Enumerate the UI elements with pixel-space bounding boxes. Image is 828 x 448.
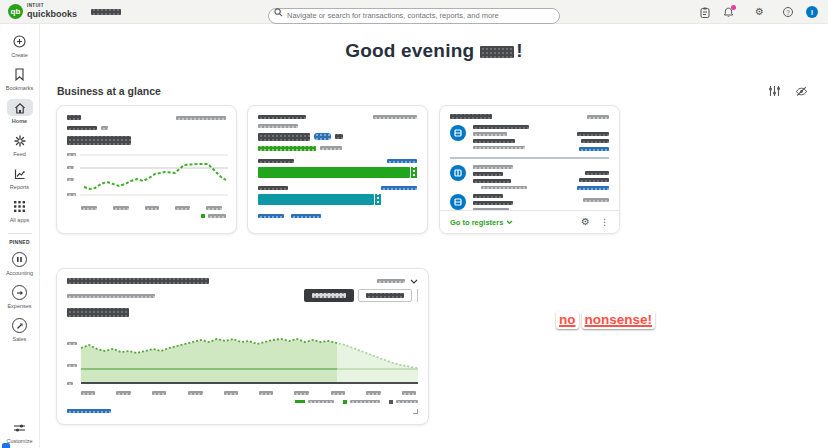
x-label-redacted <box>206 206 222 210</box>
notification-dot-badge <box>731 5 736 10</box>
toggle-divider <box>417 289 418 302</box>
settings-gear-icon[interactable]: ⚙ <box>755 7 764 17</box>
chat-widget-fragment[interactable] <box>2 443 10 448</box>
bank-account-row[interactable] <box>450 125 609 151</box>
toggle-money-in[interactable] <box>304 289 354 302</box>
home-icon <box>14 102 26 114</box>
x-label-redacted <box>331 391 345 395</box>
bank-icon <box>450 194 466 210</box>
profit-loss-card <box>247 105 428 234</box>
search-icon <box>274 8 283 17</box>
chevron-down-icon <box>506 220 513 225</box>
section-title: Business at a glance <box>57 85 161 97</box>
expenses-amount-link-redacted[interactable] <box>381 186 417 190</box>
sidebar-divider <box>8 233 32 234</box>
card-period-dropdown-redacted[interactable] <box>176 116 226 120</box>
sidebar-item-sales[interactable]: Sales <box>0 317 39 342</box>
create-plus-icon <box>13 35 26 48</box>
sidebar-item-feed[interactable]: Feed <box>0 132 39 157</box>
card-menu-redacted[interactable] <box>587 115 609 119</box>
sidebar-item-home[interactable]: Home <box>0 99 39 124</box>
x-label-redacted <box>81 391 95 395</box>
help-icon[interactable]: ? <box>783 7 793 17</box>
balance-redacted <box>579 178 609 182</box>
sidebar-item-customize[interactable]: Customize <box>0 419 39 444</box>
chevron-down-icon[interactable] <box>410 279 418 284</box>
card-period-dropdown-redacted[interactable] <box>373 115 417 119</box>
card-amount-redacted <box>67 136 131 145</box>
y-tick-redacted <box>67 166 74 169</box>
search-input[interactable] <box>268 8 560 24</box>
income-bar-end <box>411 167 417 178</box>
income-bar[interactable] <box>258 167 410 178</box>
footer-link-redacted[interactable] <box>67 409 111 413</box>
account-name-redacted <box>473 172 503 176</box>
toggle-money-out[interactable] <box>358 289 412 302</box>
greeting-name-redacted <box>480 46 514 58</box>
account-name-redacted <box>473 125 529 129</box>
green-link-redacted[interactable] <box>258 146 316 151</box>
resize-handle[interactable] <box>413 409 418 414</box>
card-title-redacted <box>450 114 492 119</box>
account-name-redacted <box>473 194 503 198</box>
footer-link-redacted[interactable] <box>291 214 321 218</box>
widget-settings-gear-icon[interactable]: ⚙ <box>581 217 590 227</box>
bank-account-row[interactable] <box>450 165 609 190</box>
account-link-redacted[interactable] <box>579 147 609 151</box>
quickbooks-logo[interactable]: qb INTUIT quickbooks <box>8 4 77 19</box>
legend-swatch <box>295 400 305 403</box>
x-label-redacted <box>113 206 129 210</box>
quickbooks-logo-icon: qb <box>8 4 23 19</box>
sidebar-item-bookmarks[interactable]: Bookmarks <box>0 66 39 91</box>
bookmark-icon <box>14 68 25 81</box>
y-tick-redacted <box>67 193 76 196</box>
page-greeting: Good evening! <box>40 40 828 62</box>
sidebar-item-reports[interactable]: Reports <box>0 165 39 190</box>
y-tick-redacted <box>67 178 74 181</box>
footer-link-redacted[interactable] <box>258 214 284 218</box>
account-link-redacted[interactable] <box>577 186 609 190</box>
card-amount-redacted <box>67 308 129 317</box>
redacted-text <box>481 186 527 190</box>
bank-icon <box>450 125 466 141</box>
tasks-icon[interactable] <box>700 7 710 18</box>
notifications-icon[interactable] <box>723 7 734 18</box>
redacted-text <box>335 134 343 139</box>
company-name-redacted[interactable] <box>91 9 121 15</box>
cashflow-trend-card <box>56 105 237 234</box>
toggle-label-redacted <box>312 293 346 298</box>
feed-spark-icon <box>14 135 26 147</box>
bank-icon <box>450 165 466 181</box>
customize-sliders-icon <box>13 423 26 433</box>
bank-account-row[interactable] <box>450 194 609 212</box>
income-amount-link-redacted[interactable] <box>387 159 417 163</box>
sidebar-item-create[interactable]: Create <box>0 33 39 58</box>
expenses-bar[interactable] <box>258 194 374 205</box>
sidebar-item-all-apps[interactable]: All apps <box>0 198 39 223</box>
x-label-redacted <box>81 206 97 210</box>
x-label-redacted <box>116 391 131 395</box>
redacted-text <box>473 139 515 143</box>
card-title-redacted <box>258 115 306 119</box>
sales-icon <box>12 318 27 333</box>
x-label-redacted <box>366 391 381 395</box>
more-options-icon[interactable]: ⋮ <box>600 218 609 227</box>
account-divider <box>450 157 609 159</box>
card-period-dropdown-redacted[interactable] <box>377 279 405 283</box>
sidebar-item-accounting[interactable]: Accounting <box>0 251 39 276</box>
filter-sliders-icon[interactable] <box>768 85 781 97</box>
legend-swatch <box>343 400 347 404</box>
y-tick-redacted <box>67 364 77 367</box>
card-tab-dropdown-redacted[interactable] <box>67 126 97 130</box>
apps-grid-icon <box>14 201 25 212</box>
sidebar-item-expenses[interactable]: Expenses <box>0 284 39 309</box>
y-tick-redacted <box>67 382 73 385</box>
expenses-label-redacted <box>258 186 288 190</box>
account-avatar[interactable]: I <box>806 6 818 18</box>
x-label-redacted <box>188 391 203 395</box>
y-tick-redacted <box>67 342 77 345</box>
x-label-redacted <box>175 206 190 210</box>
brand-product-label: quickbooks <box>27 10 77 19</box>
hide-eye-icon[interactable] <box>795 86 808 97</box>
go-to-registers-link[interactable]: Go to registers <box>450 218 513 227</box>
